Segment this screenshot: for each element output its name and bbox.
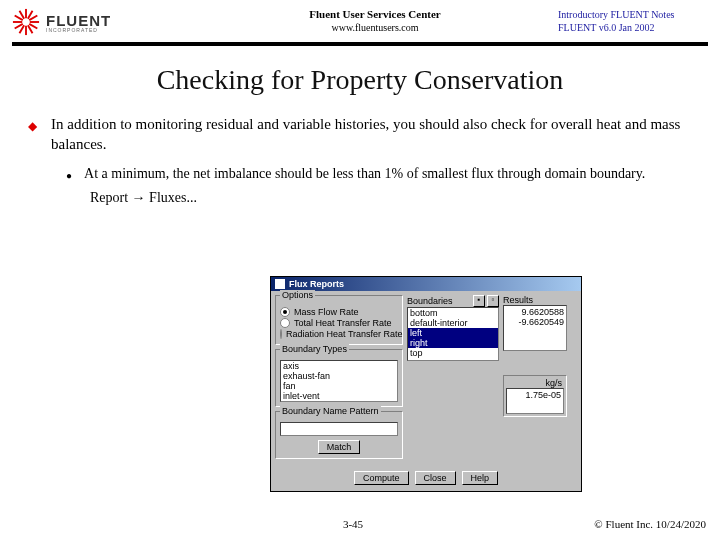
dialog-system-icon (275, 279, 285, 289)
close-button[interactable]: Close (415, 471, 456, 485)
diamond-bullet-icon: ◆ (28, 118, 37, 155)
fluent-logo-icon (12, 8, 40, 36)
header-notes-line1: Introductory FLUENT Notes (558, 8, 708, 21)
round-bullet-icon: ● (66, 169, 72, 184)
bullet-text-2: At a minimum, the net imbalance should b… (84, 165, 645, 184)
list-item[interactable]: top (408, 348, 498, 358)
svg-rect-3 (30, 21, 39, 23)
list-item[interactable]: axis (281, 361, 397, 371)
results-label: Results (503, 295, 567, 305)
flux-reports-dialog: Flux Reports Options Mass Flow Rate Tota… (270, 276, 582, 492)
radio-icon (280, 329, 282, 339)
radio-mass-flow[interactable]: Mass Flow Rate (280, 307, 398, 317)
bullet-text-1: In addition to monitoring residual and v… (51, 114, 692, 155)
svg-rect-6 (25, 26, 27, 35)
radio-total-heat[interactable]: Total Heat Transfer Rate (280, 318, 398, 328)
result-value: 9.6620588 (506, 307, 564, 317)
header-notes-line2: FLUENT v6.0 Jan 2002 (558, 21, 708, 34)
options-group: Options Mass Flow Rate Total Heat Transf… (275, 295, 403, 345)
dialog-titlebar[interactable]: Flux Reports (271, 277, 581, 291)
copyright: © Fluent Inc. 10/24/2020 (536, 518, 720, 530)
page-title: Checking for Property Conservation (0, 64, 720, 96)
list-item[interactable]: left (408, 328, 498, 338)
boundary-name-input[interactable] (280, 422, 398, 436)
list-item[interactable]: bottom (408, 308, 498, 318)
dialog-title: Flux Reports (289, 279, 344, 289)
menu-path: Report → Fluxes... (90, 189, 692, 208)
help-button[interactable]: Help (462, 471, 499, 485)
list-item[interactable]: fan (281, 381, 397, 391)
list-item[interactable]: inlet-vent (281, 391, 397, 401)
header-divider (12, 42, 708, 46)
deselect-all-icon[interactable]: ▫ (487, 295, 499, 307)
radio-icon (280, 307, 290, 317)
list-item[interactable]: exhaust-fan (281, 371, 397, 381)
logo-text: FLUENT (46, 12, 111, 29)
header-center-title: Fluent User Services Center (192, 8, 558, 20)
compute-button[interactable]: Compute (354, 471, 409, 485)
boundary-types-list[interactable]: axis exhaust-fan fan inlet-vent (280, 360, 398, 402)
svg-rect-9 (13, 21, 22, 23)
select-all-icon[interactable]: ▪ (473, 295, 485, 307)
boundary-types-group: Boundary Types axis exhaust-fan fan inle… (275, 349, 403, 407)
boundary-name-group: Boundary Name Pattern Match (275, 411, 403, 459)
header-url: www.fluentusers.com (192, 22, 558, 33)
boundaries-list[interactable]: bottom default-interior left right top (407, 307, 499, 361)
svg-rect-0 (25, 9, 27, 18)
list-item[interactable]: default-interior (408, 318, 498, 328)
results-list: 9.6620588 -9.6620549 (503, 305, 567, 351)
boundaries-label: Boundaries (407, 296, 471, 306)
list-item[interactable]: right (408, 338, 498, 348)
match-button[interactable]: Match (318, 440, 361, 454)
net-value: 1.75e-05 (506, 388, 564, 414)
result-value: -9.6620549 (506, 317, 564, 327)
boundary-types-label: Boundary Types (280, 344, 349, 354)
page-number: 3-45 (170, 518, 536, 530)
boundary-name-label: Boundary Name Pattern (280, 406, 381, 416)
unit-label: kg/s (506, 378, 564, 388)
radio-icon (280, 318, 290, 328)
radio-radiation-heat[interactable]: Radiation Heat Transfer Rate (280, 329, 398, 339)
options-label: Options (280, 290, 315, 300)
